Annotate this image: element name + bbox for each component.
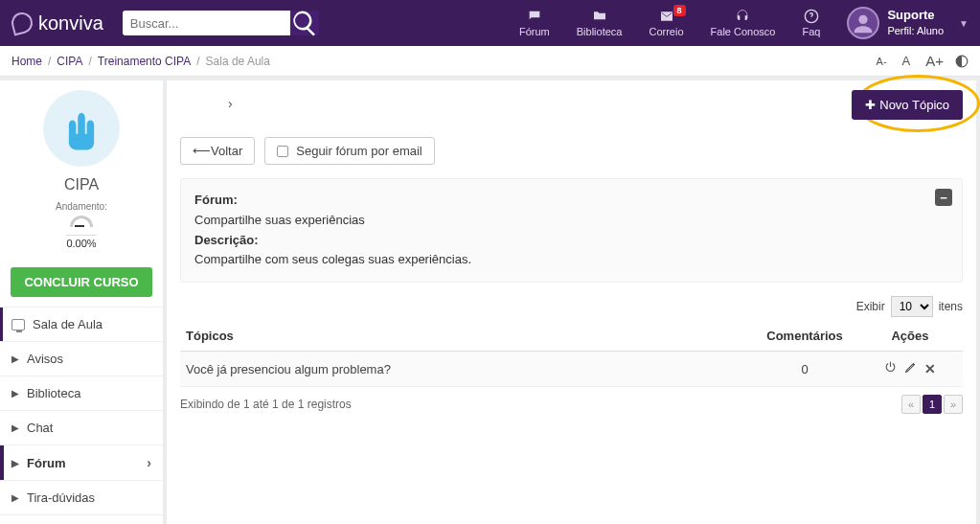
breadcrumb-home[interactable]: Home <box>11 55 42 68</box>
sidebar: CIPA Andamento: 0.00% CONCLUIR CURSO Sal… <box>0 80 163 524</box>
sidebar-item-forum[interactable]: ▶ Fórum › <box>0 445 163 480</box>
chevron-right-icon: › <box>147 455 151 470</box>
sidebar-item-avisos[interactable]: ▶ Avisos <box>0 342 163 376</box>
nav-faq[interactable]: Faq <box>792 7 830 39</box>
sidebar-item-chat[interactable]: ▶ Chat <box>0 411 163 444</box>
nav-biblioteca[interactable]: Biblioteca <box>567 7 632 39</box>
progress-gauge-icon <box>57 216 105 229</box>
search-icon <box>290 9 319 37</box>
breadcrumb-caret-icon[interactable]: › <box>228 96 233 111</box>
caret-right-icon: ▶ <box>11 422 19 433</box>
search-button[interactable] <box>290 11 319 35</box>
person-icon <box>850 11 877 37</box>
caret-right-icon: ▶ <box>11 492 19 503</box>
table-page-size: Exibir 10 itens <box>180 296 963 317</box>
sidebar-item-biblioteca[interactable]: ▶ Biblioteca <box>0 376 163 410</box>
pager-next[interactable]: » <box>944 395 963 414</box>
novo-topico-wrap: ✚ Novo Tópico <box>852 90 963 120</box>
content: CIPA Andamento: 0.00% CONCLUIR CURSO Sal… <box>0 77 980 524</box>
user-info: Suporte Perfil: Aluno <box>887 8 944 37</box>
headset-icon <box>735 9 750 24</box>
nav-correio[interactable]: 8 Correio <box>639 7 693 39</box>
nav-fale-conosco[interactable]: Fale Conosco <box>701 7 786 39</box>
page-size-select[interactable]: 10 <box>891 296 933 317</box>
pager-info: Exibindo de 1 até 1 de 1 registros <box>180 398 352 411</box>
sidebar-item-label: Biblioteca <box>27 386 80 400</box>
pencil-icon[interactable] <box>904 361 917 374</box>
minus-icon: − <box>940 191 947 205</box>
search-container <box>123 11 319 35</box>
breadcrumb-cipa[interactable]: CIPA <box>57 55 82 68</box>
logo-swirl-icon <box>10 11 35 36</box>
pager-page-1[interactable]: 1 <box>923 395 942 414</box>
sidebar-item-label: Chat <box>27 421 53 435</box>
nav-icons: Fórum Biblioteca 8 Correio Fale Conosco … <box>510 7 969 39</box>
sidebar-item-label: Fórum <box>27 456 65 470</box>
sidebar-item-label: Avisos <box>27 352 63 366</box>
user-menu[interactable]: Suporte Perfil: Aluno ▼ <box>847 7 969 39</box>
main-area: › ✚ Novo Tópico ⟵Voltar Seguir fórum por… <box>167 80 976 524</box>
novo-topico-label: Novo Tópico <box>879 98 949 112</box>
conclude-course-button[interactable]: CONCLUIR CURSO <box>11 267 151 297</box>
forum-title: Compartilhe suas experiências <box>194 213 365 227</box>
col-topicos: Tópicos <box>180 321 752 352</box>
font-larger[interactable]: A+ <box>922 53 947 69</box>
table-footer: Exibindo de 1 até 1 de 1 registros « 1 » <box>180 395 963 414</box>
back-button[interactable]: ⟵Voltar <box>180 137 255 165</box>
side-menu: Sala de Aula ▶ Avisos ▶ Biblioteca ▶ Cha… <box>0 307 163 524</box>
brand-logo[interactable]: konviva <box>11 12 103 34</box>
chat-bubble-icon <box>527 9 542 24</box>
sidebar-item-tira-duvidas[interactable]: ▶ Tira-dúvidas <box>0 481 163 514</box>
checkbox-icon <box>277 146 288 157</box>
caret-right-icon: ▶ <box>11 353 19 364</box>
main-top-row: › ✚ Novo Tópico <box>180 90 963 120</box>
topic-comments: 0 <box>752 352 857 387</box>
hands-icon <box>43 90 120 167</box>
brand-name: konviva <box>38 12 103 34</box>
topics-table: Tópicos Comentários Ações Você já presen… <box>180 321 963 387</box>
sidebar-item-artigos[interactable]: ▶ Artigos <box>0 515 163 524</box>
progress-box: Andamento: 0.00% <box>0 201 163 260</box>
delete-icon[interactable]: ✕ <box>924 361 936 376</box>
caret-right-icon: ▶ <box>11 388 19 399</box>
follow-forum-checkbox[interactable]: Seguir fórum por email <box>264 137 435 165</box>
topic-title[interactable]: Você já presenciou algum problema? <box>180 352 752 387</box>
folder-icon <box>592 9 607 24</box>
power-icon[interactable] <box>884 361 897 374</box>
breadcrumb-treinamento[interactable]: Treinamento CIPA <box>98 55 191 68</box>
breadcrumb-current: Sala de Aula <box>206 55 270 68</box>
envelope-icon <box>659 9 674 24</box>
course-logo <box>0 80 163 171</box>
pager-prev[interactable]: « <box>901 395 921 414</box>
contrast-icon[interactable] <box>955 55 969 68</box>
course-title: CIPA <box>0 171 163 201</box>
col-comentarios: Comentários <box>752 321 857 352</box>
sidebar-item-label: Tira-dúvidas <box>27 490 95 505</box>
chevron-down-icon: ▼ <box>959 18 969 29</box>
table-row[interactable]: Você já presenciou algum problema? 0 ✕ <box>180 352 963 387</box>
breadcrumb: Home / CIPA / Treinamento CIPA / Sala de… <box>11 55 270 68</box>
progress-label: Andamento: <box>10 201 153 212</box>
avatar <box>847 7 879 39</box>
row-actions: ✕ <box>863 361 957 376</box>
search-input[interactable] <box>123 11 290 35</box>
question-icon <box>804 9 819 24</box>
top-navigation: konviva Fórum Biblioteca 8 Correio Fale … <box>0 0 980 46</box>
caret-right-icon: ▶ <box>11 458 19 468</box>
plus-icon: ✚ <box>865 98 876 112</box>
pager: « 1 » <box>901 395 963 414</box>
monitor-icon <box>11 319 25 330</box>
forum-toolbar: ⟵Voltar Seguir fórum por email <box>180 137 963 165</box>
font-size-controls: A- A A+ <box>873 53 969 69</box>
arrow-left-icon: ⟵ <box>193 144 211 158</box>
progress-percent: 0.00% <box>66 235 96 249</box>
follow-label: Seguir fórum por email <box>296 144 422 158</box>
sidebar-item-sala-de-aula[interactable]: Sala de Aula <box>0 308 163 341</box>
font-reset[interactable]: A <box>899 54 915 68</box>
nav-forum[interactable]: Fórum <box>510 7 559 39</box>
collapse-button[interactable]: − <box>935 189 952 206</box>
forum-title-label: Fórum: <box>194 193 238 207</box>
font-smaller[interactable]: A- <box>873 56 891 67</box>
forum-description: Compartilhe com seus colegas suas experi… <box>194 252 471 266</box>
novo-topico-button[interactable]: ✚ Novo Tópico <box>852 90 963 120</box>
